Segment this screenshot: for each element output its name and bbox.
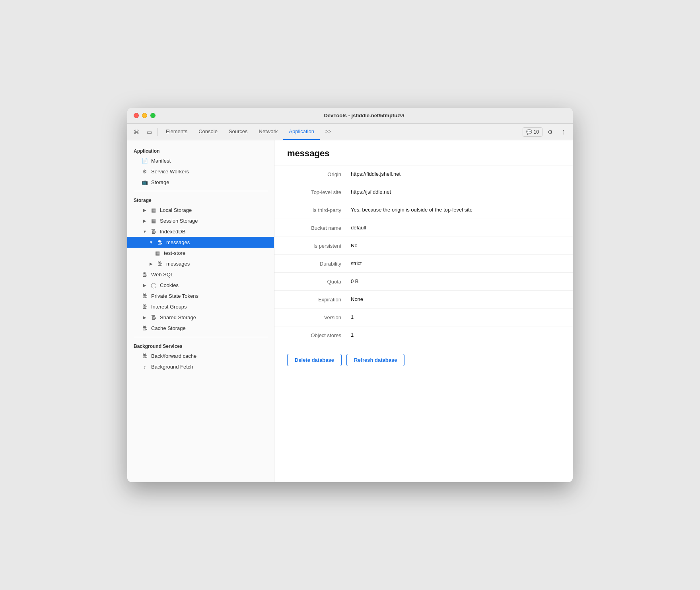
shared-storage-expand-icon: ▶ <box>142 315 148 320</box>
object-stores-value: 1 <box>351 332 560 338</box>
toolbar-tabs: Elements Console Sources Network Applica… <box>160 124 522 140</box>
local-storage-expand-icon: ▶ <box>142 208 148 212</box>
expiration-value: None <box>351 296 560 302</box>
tab-console[interactable]: Console <box>193 124 223 140</box>
background-fetch-icon: ↕ <box>142 364 148 370</box>
storage-section-label: Storage <box>127 194 274 205</box>
quota-label: Quota <box>287 278 351 285</box>
device-icon: ▭ <box>147 129 152 135</box>
interest-groups-icon: 🗜 <box>142 304 148 310</box>
sidebar-item-session-storage[interactable]: ▶ ▦ Session Storage <box>127 215 274 226</box>
sidebar-item-cache-storage[interactable]: 🗜 Cache Storage <box>127 323 274 334</box>
test-store-icon: ▦ <box>154 250 161 256</box>
web-sql-label: Web SQL <box>151 272 173 278</box>
messages-badge-button[interactable]: 💬 10 <box>523 127 542 137</box>
sidebar-item-interest-groups[interactable]: 🗜 Interest Groups <box>127 301 274 312</box>
action-bar: Delete database Refresh database <box>274 344 573 376</box>
messages-collapsed-label: messages <box>166 261 190 267</box>
storage-icon: 📺 <box>142 179 148 185</box>
toolbar: ⌘ ▭ Elements Console Sources Network App… <box>127 124 573 140</box>
messages-collapsed-db-icon: 🗜 <box>157 261 163 267</box>
sidebar-item-cookies[interactable]: ▶ ◯ Cookies <box>127 280 274 291</box>
sidebar-item-service-workers[interactable]: ⚙ Service Workers <box>127 166 274 177</box>
main-title: messages <box>287 148 560 159</box>
more-options-button[interactable]: ⋮ <box>558 126 570 138</box>
sidebar-item-background-fetch[interactable]: ↕ Background Fetch <box>127 361 274 372</box>
back-forward-cache-label: Back/forward cache <box>151 353 196 359</box>
maximize-button[interactable] <box>150 113 156 118</box>
tab-elements[interactable]: Elements <box>160 124 193 140</box>
sidebar-item-web-sql[interactable]: 🗜 Web SQL <box>127 269 274 280</box>
indexeddb-label: IndexedDB <box>160 229 185 235</box>
expiration-label: Expiration <box>287 296 351 303</box>
settings-icon: ⚙ <box>548 129 553 135</box>
cursor-tool-button[interactable]: ⌘ <box>130 126 142 138</box>
detail-table: Origin https://fiddle.jshell.net Top-lev… <box>274 165 573 344</box>
content-area: Application 📄 Manifest ⚙ Service Workers… <box>127 140 573 482</box>
tab-more[interactable]: >> <box>320 124 337 140</box>
is-third-party-value: Yes, because the origin is outside of th… <box>351 207 560 213</box>
bucket-name-value: default <box>351 225 560 231</box>
toolbar-divider <box>158 128 158 136</box>
sidebar-item-private-state-tokens[interactable]: 🗜 Private State Tokens <box>127 291 274 301</box>
refresh-database-button[interactable]: Refresh database <box>346 354 404 366</box>
is-persistent-value: No <box>351 243 560 248</box>
window-title: DevTools - jsfiddle.net/5tmpfuzv/ <box>162 113 566 118</box>
more-icon: ⋮ <box>561 129 566 135</box>
durability-label: Durability <box>287 260 351 267</box>
bucket-name-row: Bucket name default <box>274 219 573 237</box>
private-state-tokens-label: Private State Tokens <box>151 293 198 299</box>
version-label: Version <box>287 314 351 320</box>
minimize-button[interactable] <box>142 113 147 118</box>
test-store-label: test-store <box>164 250 185 256</box>
is-persistent-label: Is persistent <box>287 243 351 249</box>
durability-value: strict <box>351 260 560 266</box>
sidebar-item-messages-collapsed[interactable]: ▶ 🗜 messages <box>127 258 274 269</box>
sidebar-item-storage[interactable]: 📺 Storage <box>127 177 274 188</box>
messages-expanded-label: messages <box>166 239 190 245</box>
close-button[interactable] <box>134 113 139 118</box>
divider-2 <box>134 337 268 337</box>
tab-sources[interactable]: Sources <box>223 124 253 140</box>
settings-button[interactable]: ⚙ <box>544 126 556 138</box>
is-persistent-row: Is persistent No <box>274 237 573 255</box>
session-storage-expand-icon: ▶ <box>142 219 148 223</box>
local-storage-label: Local Storage <box>160 207 192 213</box>
cache-storage-icon: 🗜 <box>142 325 148 331</box>
messages-count: 10 <box>534 129 539 135</box>
cookies-label: Cookies <box>160 282 179 288</box>
private-state-tokens-icon: 🗜 <box>142 293 148 299</box>
storage-label: Storage <box>151 179 169 185</box>
origin-label: Origin <box>287 171 351 177</box>
traffic-lights <box>134 113 156 118</box>
bucket-name-label: Bucket name <box>287 225 351 231</box>
sidebar-item-shared-storage[interactable]: ▶ 🗜 Shared Storage <box>127 312 274 323</box>
tab-application[interactable]: Application <box>283 124 320 140</box>
application-section-label: Application <box>127 145 274 155</box>
messages-expanded-icon: ▼ <box>148 240 154 245</box>
devtools-window: DevTools - jsfiddle.net/5tmpfuzv/ ⌘ ▭ El… <box>127 108 573 482</box>
delete-database-button[interactable]: Delete database <box>287 354 342 366</box>
web-sql-icon: 🗜 <box>142 272 148 278</box>
is-third-party-label: Is third-party <box>287 207 351 213</box>
sidebar-item-messages-expanded[interactable]: ▼ 🗜 messages <box>127 237 274 248</box>
cursor-icon: ⌘ <box>134 129 139 135</box>
local-storage-icon: ▦ <box>150 207 157 213</box>
top-level-site-label: Top-level site <box>287 189 351 195</box>
background-fetch-label: Background Fetch <box>151 364 193 370</box>
main-panel: messages Origin https://fiddle.jshell.ne… <box>274 140 573 482</box>
tab-network[interactable]: Network <box>253 124 284 140</box>
sidebar-item-back-forward-cache[interactable]: 🗜 Back/forward cache <box>127 351 274 361</box>
device-tool-button[interactable]: ▭ <box>143 126 155 138</box>
cache-storage-label: Cache Storage <box>151 325 186 331</box>
sidebar-item-indexeddb[interactable]: ▼ 🗜 IndexedDB <box>127 226 274 237</box>
sidebar-item-test-store[interactable]: ▦ test-store <box>127 248 274 258</box>
cookies-icon: ◯ <box>150 282 157 288</box>
durability-row: Durability strict <box>274 255 573 273</box>
manifest-icon: 📄 <box>142 158 148 164</box>
sidebar-item-local-storage[interactable]: ▶ ▦ Local Storage <box>127 205 274 215</box>
origin-value: https://fiddle.jshell.net <box>351 171 560 177</box>
sidebar-item-manifest[interactable]: 📄 Manifest <box>127 155 274 166</box>
toolbar-right: 💬 10 ⚙ ⋮ <box>523 126 570 138</box>
service-workers-icon: ⚙ <box>142 169 148 175</box>
